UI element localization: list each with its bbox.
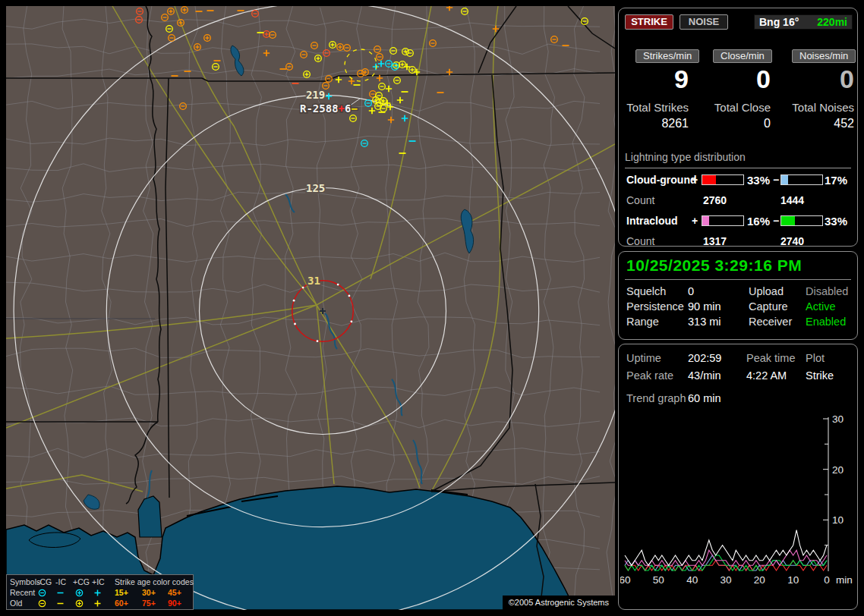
lightning-map[interactable]: 31321912531 R-2588+6− Symbols -CG -IC +C… bbox=[6, 6, 615, 610]
session-panel: Uptime 202:59 Peak time Plot Peak rate 4… bbox=[618, 344, 858, 610]
squelch-label: Squelch bbox=[626, 285, 666, 297]
noises-per-min-header[interactable]: Noises/min bbox=[792, 49, 856, 63]
trend-graph-chart: 1020306050403020100min bbox=[620, 411, 857, 605]
minus-sign: − bbox=[773, 215, 779, 227]
circle-plus-icon bbox=[74, 588, 84, 599]
cg-pos-count: 2760 bbox=[703, 194, 727, 206]
ic-neg-bar bbox=[780, 215, 823, 226]
plot-label: Plot bbox=[806, 352, 825, 364]
ic-neg-count: 2740 bbox=[780, 235, 804, 247]
legend-old-label: Old bbox=[10, 599, 22, 608]
strikes-per-min-header[interactable]: Strikes/min bbox=[635, 49, 699, 63]
close-per-min-header[interactable]: Close/min bbox=[713, 49, 772, 63]
status-row: Range 313 mi Receiver Enabled bbox=[619, 316, 857, 329]
cg-neg-bar bbox=[780, 174, 823, 185]
age-badge: 15+ bbox=[115, 588, 128, 597]
age-badge: 30+ bbox=[142, 588, 156, 597]
noises-per-min-value: 0 bbox=[769, 64, 854, 94]
trend-series-IC− bbox=[625, 555, 827, 570]
count-label: Count bbox=[626, 235, 654, 247]
status-row: Squelch 0 Upload Disabled bbox=[619, 285, 857, 299]
cg-pos-bar bbox=[702, 174, 744, 185]
range-value: 220mi bbox=[817, 16, 847, 28]
bearing-range-display: Bng 16° 220mi bbox=[754, 14, 853, 30]
session-row: Uptime 202:59 Peak time Plot bbox=[619, 352, 857, 366]
range-setting-value: 313 mi bbox=[688, 316, 721, 328]
cloud-ground-label: Cloud-ground bbox=[626, 174, 697, 186]
ic-pos-bar bbox=[702, 215, 744, 226]
cg-neg-count: 1444 bbox=[780, 194, 804, 206]
capture-value: Active bbox=[806, 300, 836, 313]
date-time: 10/25/2025 3:29:16 PM bbox=[626, 256, 802, 275]
legend-col-pos-ic: +IC bbox=[92, 577, 105, 586]
ic-pos-count: 1317 bbox=[703, 235, 727, 247]
capture-label: Capture bbox=[749, 300, 788, 313]
x-tick-label: 40 bbox=[686, 574, 698, 586]
age-badge: 90+ bbox=[168, 599, 181, 608]
count-label: Count bbox=[626, 194, 654, 206]
strikes-per-min-value: 9 bbox=[620, 64, 689, 94]
plus-sign: + bbox=[692, 174, 698, 186]
trend-graph-row: Trend graph 60 min bbox=[619, 392, 857, 406]
x-tick-label: 30 bbox=[720, 574, 731, 586]
legend-col-neg-cg: -CG bbox=[37, 577, 52, 586]
total-close-value: 0 bbox=[695, 117, 771, 130]
cloud-ground-count-row: Count 2760 1444 bbox=[619, 194, 857, 206]
divider bbox=[625, 279, 851, 280]
age-badge: 75+ bbox=[142, 599, 156, 608]
strike-button[interactable]: STRIKE bbox=[625, 14, 673, 30]
minus-icon bbox=[55, 599, 65, 610]
persistence-value: 90 min bbox=[688, 300, 721, 313]
plus-sign: + bbox=[692, 215, 698, 227]
uptime-value: 202:59 bbox=[688, 352, 721, 364]
peak-rate-value: 43/min bbox=[688, 369, 721, 382]
cg-neg-percent: 17% bbox=[825, 174, 847, 187]
legend-age-header: Strike age color codes bbox=[115, 577, 194, 586]
circle-plus-icon bbox=[74, 599, 84, 610]
trend-series-CG− bbox=[625, 555, 827, 570]
receiver-label: Receiver bbox=[749, 316, 792, 328]
close-ring-label: 31 bbox=[307, 275, 320, 287]
y-tick-label: 10 bbox=[832, 514, 844, 526]
x-tick-label: 10 bbox=[787, 574, 799, 586]
plot-value: Strike bbox=[806, 369, 834, 382]
upload-value: Disabled bbox=[806, 285, 848, 297]
upload-label: Upload bbox=[749, 285, 784, 297]
peak-rate-label: Peak rate bbox=[626, 369, 673, 382]
minus-sign: − bbox=[773, 174, 779, 186]
x-tick-label: 0 bbox=[824, 574, 830, 586]
minus-icon bbox=[55, 588, 65, 599]
persistence-label: Persistence bbox=[626, 300, 684, 313]
total-strikes-value: 8261 bbox=[620, 117, 689, 130]
trend-graph-label: Trend graph bbox=[626, 392, 686, 404]
session-row: Peak rate 43/min 4:22 AM Strike bbox=[619, 369, 857, 383]
cloud-ground-row: Cloud-ground + 33% − 17% bbox=[619, 174, 857, 186]
close-per-min-value: 0 bbox=[695, 64, 771, 94]
ic-pos-percent: 16% bbox=[747, 215, 770, 228]
total-noises-value: 452 bbox=[769, 117, 854, 130]
status-panel: 10/25/2025 3:29:16 PM Squelch 0 Upload D… bbox=[618, 251, 858, 340]
x-tick-label: 50 bbox=[653, 574, 664, 586]
x-axis-unit: min bbox=[836, 574, 853, 586]
legend-symbols-header: Symbols bbox=[10, 577, 40, 586]
ic-neg-percent: 33% bbox=[825, 215, 847, 228]
noise-button[interactable]: NOISE bbox=[680, 14, 728, 30]
uptime-label: Uptime bbox=[626, 352, 661, 364]
distribution-heading: Lightning type distribution bbox=[625, 151, 851, 168]
y-tick-label: 30 bbox=[832, 413, 844, 425]
ring-label: 125 bbox=[306, 182, 325, 194]
status-row: Persistence 90 min Capture Active bbox=[619, 300, 857, 314]
total-strikes-label: Total Strikes bbox=[620, 101, 689, 114]
intracloud-row: Intracloud + 16% − 33% bbox=[619, 215, 857, 227]
total-close-label: Total Close bbox=[695, 101, 771, 114]
age-badge: 60+ bbox=[115, 599, 128, 608]
map-canvas[interactable]: 31321912531 R-2588+6− bbox=[6, 6, 615, 610]
ring-label: 313 bbox=[306, 6, 325, 8]
map-legend: Symbols -CG -IC +CG +IC Strike age color… bbox=[6, 574, 194, 610]
circle-minus-icon bbox=[37, 599, 47, 610]
intracloud-label: Intracloud bbox=[626, 215, 678, 227]
peak-time-value: 4:22 AM bbox=[746, 369, 787, 382]
ring-label: 219 bbox=[306, 89, 325, 101]
plus-icon bbox=[93, 599, 102, 610]
legend-recent-label: Recent bbox=[10, 588, 35, 597]
